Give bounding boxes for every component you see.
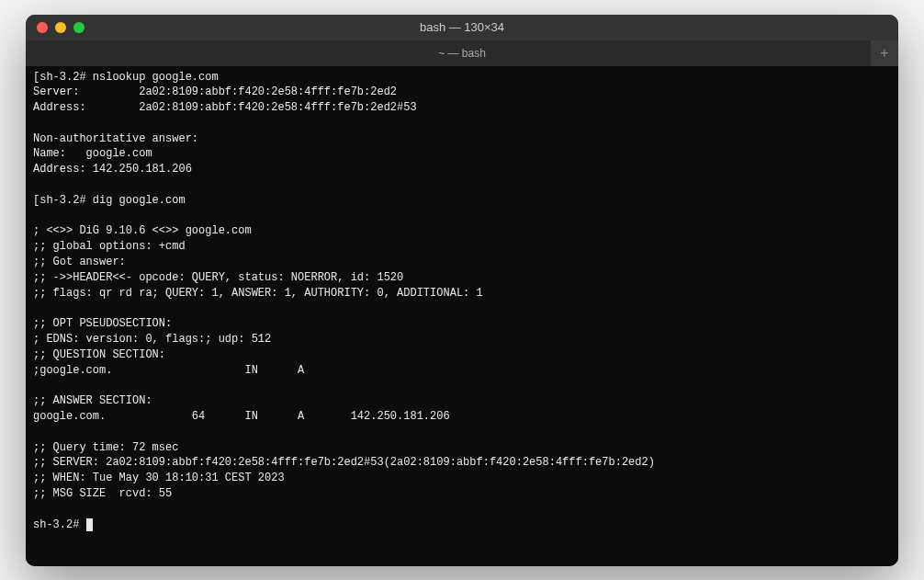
terminal-line: ; EDNS: version: 0, flags:; udp: 512	[33, 332, 891, 347]
tabbar: ~ — bash +	[26, 40, 898, 66]
terminal-line	[33, 502, 891, 517]
terminal-line	[33, 209, 891, 224]
new-tab-button[interactable]: +	[871, 40, 898, 66]
terminal-line	[33, 378, 891, 393]
terminal-line: ; <<>> DiG 9.10.6 <<>> google.com	[33, 223, 891, 239]
terminal-line: [sh-3.2# dig google.com	[33, 193, 891, 209]
terminal-line: ;google.com. IN A	[33, 363, 891, 379]
terminal-line: ;; MSG SIZE rcvd: 55	[33, 486, 891, 502]
terminal-content[interactable]: [sh-3.2# nslookup google.comServer: 2a02…	[26, 66, 898, 566]
terminal-line	[33, 301, 891, 316]
terminal-line	[33, 425, 891, 440]
terminal-line: Server: 2a02:8109:abbf:f420:2e58:4fff:fe…	[33, 85, 891, 100]
titlebar[interactable]: bash — 130×34	[26, 15, 898, 40]
tab-title[interactable]: ~ — bash	[438, 47, 486, 60]
terminal-line: ;; QUESTION SECTION:	[33, 347, 891, 363]
terminal-line: ;; WHEN: Tue May 30 18:10:31 CEST 2023	[33, 471, 891, 486]
terminal-line: ;; SERVER: 2a02:8109:abbf:f420:2e58:4fff…	[33, 455, 891, 471]
terminal-line	[33, 116, 891, 131]
terminal-line: ;; Query time: 72 msec	[33, 440, 891, 456]
terminal-line: ;; ANSWER SECTION:	[33, 393, 891, 409]
terminal-line: Address: 2a02:8109:abbf:f420:2e58:4fff:f…	[33, 100, 891, 116]
maximize-icon[interactable]	[73, 22, 85, 33]
terminal-line: Name: google.com	[33, 146, 891, 162]
terminal-line: ;; global options: +cmd	[33, 239, 891, 255]
terminal-line: Non-authoritative answer:	[33, 131, 891, 147]
minimize-icon[interactable]	[55, 22, 66, 33]
cursor-icon	[86, 518, 93, 531]
terminal-line	[33, 177, 891, 193]
traffic-lights	[37, 22, 85, 33]
terminal-line: ;; OPT PSEUDOSECTION:	[33, 316, 891, 332]
terminal-line: ;; ->>HEADER<<- opcode: QUERY, status: N…	[33, 270, 891, 286]
terminal-window: bash — 130×34 ~ — bash + [sh-3.2# nslook…	[26, 15, 898, 566]
window-title: bash — 130×34	[420, 20, 504, 34]
close-icon[interactable]	[37, 22, 48, 33]
terminal-line: sh-3.2#	[33, 517, 891, 533]
terminal-line: Address: 142.250.181.206	[33, 162, 891, 177]
terminal-line: ;; Got answer:	[33, 255, 891, 270]
terminal-line: [sh-3.2# nslookup google.com	[33, 70, 891, 85]
terminal-line: google.com. 64 IN A 142.250.181.206	[33, 409, 891, 425]
terminal-line: ;; flags: qr rd ra; QUERY: 1, ANSWER: 1,…	[33, 286, 891, 301]
